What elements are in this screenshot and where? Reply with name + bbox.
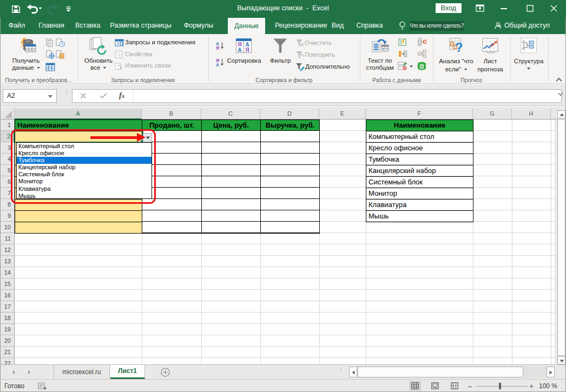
svg-text:Я: Я — [238, 42, 242, 48]
svg-text:Я: Я — [246, 47, 249, 53]
svg-text:А: А — [216, 62, 219, 67]
svg-text:А: А — [238, 47, 242, 53]
svg-text:А: А — [246, 42, 249, 48]
svg-text:Я: Я — [216, 45, 219, 50]
svg-text:?: ? — [455, 40, 463, 55]
